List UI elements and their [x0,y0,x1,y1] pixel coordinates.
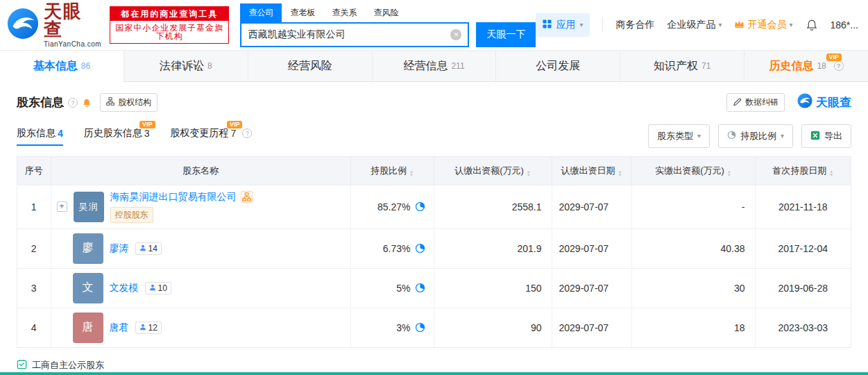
sort-icon[interactable] [727,170,731,177]
tab-history-info[interactable]: VIP 历史信息 18 ? [744,51,868,81]
enterprise-products-label: 企业级产品 [667,19,715,31]
menu-business-coop[interactable]: 商务合作 [615,19,654,31]
paid-amount: 18 [631,308,755,347]
search-tab-boss[interactable]: 查老板 [282,3,323,22]
monitor-bell-icon[interactable] [82,98,92,108]
crown-icon [734,19,744,31]
caret-down-icon: ▾ [579,22,583,28]
pie-chart-icon[interactable] [415,283,425,293]
col-ratio[interactable]: 持股比例 [350,157,434,185]
help-icon[interactable]: ? [242,128,252,138]
col-no: 序号 [17,157,51,185]
search-input[interactable] [248,29,450,40]
equity-structure-icon[interactable] [241,191,253,203]
help-icon[interactable]: ? [834,61,844,71]
tab-label: 经营信息 [403,59,448,74]
subscribed-date: 2029-07-07 [552,268,631,308]
shareholder-avatar: 昊润 [74,192,104,222]
subscribed-date: 2029-07-07 [552,308,631,347]
help-icon[interactable]: ? [68,98,78,108]
vip-badge: VIP [826,53,842,61]
pie-chart-icon[interactable] [415,243,425,253]
first-holding-date: 2023-03-03 [755,308,851,347]
tianyancha-logo[interactable]: 天眼查 TianYanCha.com [7,2,101,48]
related-companies-count: 12 [148,323,158,333]
shareholder-name-link[interactable]: 文发模 [110,282,139,294]
holding-ratio-filter[interactable]: 持股比例 ▾ [718,124,793,148]
data-correction-button[interactable]: 数据纠错 [726,93,785,112]
holding-ratio-value: 6.73% [383,243,411,254]
notification-bell-icon[interactable] [806,19,818,31]
subtab-shareholders[interactable]: 股东信息 4 [17,127,63,146]
equity-structure-button[interactable]: 股权结构 [100,93,158,112]
tab-legal-litigation[interactable]: 法律诉讼 8 [124,51,248,81]
caret-down-icon: ▾ [789,22,792,28]
user-phone[interactable]: 186*... [831,19,858,31]
first-holding-date: 2021-11-18 [755,185,851,228]
subtab-label: 股权变更历程 [171,127,229,140]
subtab-history-shareholders[interactable]: 历史股东信息 3 VIP [84,127,150,146]
tab-company-development[interactable]: 公司发展 [496,51,620,81]
col-first-date-label: 首次持股日期 [772,165,826,176]
self-disclosure-note: 工商自主公示股东 [0,348,868,375]
header-divider [602,17,603,33]
shareholder-name-link[interactable]: 唐君 [110,322,129,334]
pie-chart-icon[interactable] [415,201,425,212]
tab-intellectual-property[interactable]: 知识产权 71 [620,51,744,81]
tab-operating-info[interactable]: 经营信息 211 [373,51,497,81]
subtab-count: 3 [144,128,150,139]
tab-basic-info[interactable]: 基本信息 86 [0,51,124,82]
paid-amount: 40.38 [631,228,755,268]
sort-icon[interactable] [409,170,414,177]
shareholder-name-link[interactable]: 海南昊润进出口贸易有限公司 [110,191,237,203]
caret-down-icon: ▾ [781,133,784,140]
subtab-row: 股东信息 4 历史股东信息 3 VIP 股权变更历程 7 VIP ? 股东类型 … [0,115,868,156]
related-companies-badge[interactable]: 10 [145,282,171,294]
col-paid-amount[interactable]: 实缴出资额(万元) [631,157,755,185]
subtab-equity-changes[interactable]: 股权变更历程 7 VIP ? [171,127,253,146]
tab-operating-risk[interactable]: 经营风险 [248,51,373,81]
search-area: 查公司 查老板 查关系 查风险 × 天眼一下 [240,3,536,47]
col-subscribed-amount[interactable]: 认缴出资额(万元) [434,157,552,185]
tab-count: 71 [701,61,710,71]
data-correction-label: 数据纠错 [745,97,778,108]
search-tab-company[interactable]: 查公司 [240,3,282,22]
first-holding-date: 2019-06-28 [755,268,851,308]
pie-chart-icon[interactable] [415,322,425,333]
related-companies-badge[interactable]: 12 [135,322,162,334]
menu-open-vip[interactable]: 开通会员 ▾ [734,19,792,31]
tab-count: 86 [81,61,90,71]
sort-icon[interactable] [527,170,531,177]
controlling-shareholder-tag: 控股股东 [110,207,153,223]
search-tab-relation[interactable]: 查关系 [323,3,365,22]
row-index: 2 [17,228,51,268]
search-tab-risk[interactable]: 查风险 [365,3,407,22]
expand-row-button[interactable]: + [57,201,67,212]
col-ratio-label: 持股比例 [371,165,407,176]
sort-icon[interactable] [618,170,622,177]
shareholder-row: 2 廖 廖涛 14 6.73% 201.9 2029-07-07 40.38 2… [17,228,851,268]
self-disclosure-label: 工商自主公示股东 [32,359,104,372]
company-nav-tabs: 基本信息 86 法律诉讼 8 经营风险 经营信息 211 公司发展 知识产权 7… [0,50,868,82]
related-companies-badge[interactable]: 14 [135,242,162,255]
subscribed-amount: 90 [434,308,552,347]
subtab-label: 历史股东信息 [84,127,142,140]
clear-input-icon[interactable]: × [450,29,461,40]
subscribed-amount: 201.9 [434,228,552,268]
related-companies-count: 10 [158,283,167,293]
shareholder-name-link[interactable]: 廖涛 [110,242,129,255]
search-button[interactable]: 天眼一下 [476,22,536,47]
holding-ratio-value: 5% [396,283,410,294]
shareholder-avatar: 廖 [73,233,103,264]
apps-button[interactable]: 应用 ▾ [536,13,590,37]
shareholder-type-filter[interactable]: 股东类型 ▾ [648,124,710,148]
menu-enterprise-products[interactable]: 企业级产品 ▾ [667,19,722,31]
shareholders-table-wrap: 序号 股东名称 持股比例 认缴出资额(万元) 认缴出资日期 实缴出资额(万元) … [17,156,851,348]
holding-ratio-label: 持股比例 [740,130,776,142]
col-first-date[interactable]: 首次持股日期 [755,157,851,185]
sort-icon[interactable] [829,170,833,177]
tab-count: 18 [817,61,826,71]
col-subscribed-date[interactable]: 认缴出资日期 [552,157,631,185]
export-button[interactable]: 导出 [801,124,851,148]
slogan-line-2: 国家中小企业发展子基金旗下机构 [110,21,228,43]
